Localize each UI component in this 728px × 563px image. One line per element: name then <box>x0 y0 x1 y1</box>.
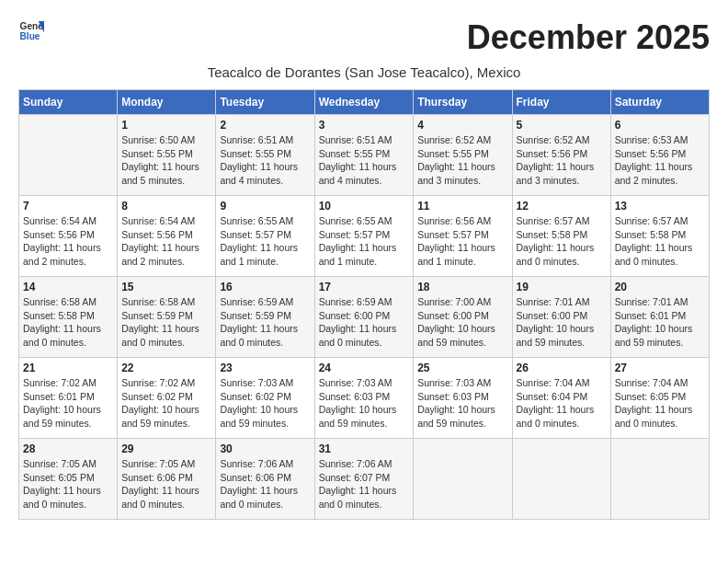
day-number: 7 <box>23 200 113 213</box>
calendar-cell: 14Sunrise: 6:58 AM Sunset: 5:58 PM Dayli… <box>19 277 118 358</box>
day-info: Sunrise: 6:58 AM Sunset: 5:58 PM Dayligh… <box>23 295 113 350</box>
day-info: Sunrise: 7:04 AM Sunset: 6:04 PM Dayligh… <box>517 376 607 431</box>
day-number: 10 <box>319 200 410 213</box>
day-info: Sunrise: 7:03 AM Sunset: 6:02 PM Dayligh… <box>220 376 310 431</box>
day-number: 28 <box>23 442 113 455</box>
day-number: 31 <box>319 442 410 455</box>
day-number: 16 <box>220 281 310 293</box>
calendar-cell: 16Sunrise: 6:59 AM Sunset: 5:59 PM Dayli… <box>216 277 314 358</box>
day-number: 1 <box>121 119 211 132</box>
day-number: 24 <box>319 362 410 374</box>
calendar-cell: 12Sunrise: 6:57 AM Sunset: 5:58 PM Dayli… <box>512 196 610 277</box>
day-info: Sunrise: 7:02 AM Sunset: 6:02 PM Dayligh… <box>121 376 211 431</box>
day-info: Sunrise: 6:51 AM Sunset: 5:55 PM Dayligh… <box>319 133 410 188</box>
calendar-cell: 31Sunrise: 7:06 AM Sunset: 6:07 PM Dayli… <box>314 439 414 520</box>
day-info: Sunrise: 7:01 AM Sunset: 6:01 PM Dayligh… <box>615 295 705 350</box>
calendar-cell: 19Sunrise: 7:01 AM Sunset: 6:00 PM Dayli… <box>512 277 610 358</box>
day-number: 5 <box>517 119 607 132</box>
day-info: Sunrise: 7:01 AM Sunset: 6:00 PM Dayligh… <box>517 295 607 350</box>
day-number: 23 <box>220 362 310 374</box>
day-info: Sunrise: 6:59 AM Sunset: 5:59 PM Dayligh… <box>220 295 310 350</box>
day-number: 12 <box>517 200 607 213</box>
day-info: Sunrise: 7:02 AM Sunset: 6:01 PM Dayligh… <box>23 376 113 431</box>
calendar-cell: 8Sunrise: 6:54 AM Sunset: 5:56 PM Daylig… <box>118 196 216 277</box>
calendar-week-row: 28Sunrise: 7:05 AM Sunset: 6:05 PM Dayli… <box>19 439 710 520</box>
calendar-cell: 20Sunrise: 7:01 AM Sunset: 6:01 PM Dayli… <box>610 277 709 358</box>
svg-text:Blue: Blue <box>20 31 40 41</box>
day-info: Sunrise: 6:54 AM Sunset: 5:56 PM Dayligh… <box>23 214 113 269</box>
calendar-cell <box>414 439 512 520</box>
day-number: 19 <box>517 281 607 293</box>
day-number: 11 <box>417 200 507 213</box>
day-number: 29 <box>121 442 211 455</box>
calendar-cell: 9Sunrise: 6:55 AM Sunset: 5:57 PM Daylig… <box>216 196 314 277</box>
calendar-cell: 21Sunrise: 7:02 AM Sunset: 6:01 PM Dayli… <box>19 358 118 439</box>
calendar-cell: 6Sunrise: 6:53 AM Sunset: 5:56 PM Daylig… <box>610 115 709 196</box>
day-number: 9 <box>220 200 310 213</box>
calendar-cell: 26Sunrise: 7:04 AM Sunset: 6:04 PM Dayli… <box>512 358 610 439</box>
day-number: 22 <box>121 362 211 374</box>
calendar-cell: 23Sunrise: 7:03 AM Sunset: 6:02 PM Dayli… <box>216 358 314 439</box>
day-info: Sunrise: 6:51 AM Sunset: 5:55 PM Dayligh… <box>220 133 310 188</box>
calendar-cell <box>512 439 610 520</box>
day-number: 30 <box>220 442 310 455</box>
day-info: Sunrise: 6:57 AM Sunset: 5:58 PM Dayligh… <box>517 214 607 269</box>
day-info: Sunrise: 6:56 AM Sunset: 5:57 PM Dayligh… <box>417 214 507 269</box>
calendar-cell: 15Sunrise: 6:58 AM Sunset: 5:59 PM Dayli… <box>118 277 216 358</box>
day-info: Sunrise: 7:00 AM Sunset: 6:00 PM Dayligh… <box>417 295 507 350</box>
day-info: Sunrise: 6:59 AM Sunset: 6:00 PM Dayligh… <box>319 295 410 350</box>
calendar-cell: 13Sunrise: 6:57 AM Sunset: 5:58 PM Dayli… <box>610 196 709 277</box>
calendar-cell: 30Sunrise: 7:06 AM Sunset: 6:06 PM Dayli… <box>216 439 314 520</box>
day-info: Sunrise: 6:57 AM Sunset: 5:58 PM Dayligh… <box>615 214 705 269</box>
day-info: Sunrise: 7:05 AM Sunset: 6:05 PM Dayligh… <box>23 457 113 511</box>
day-of-week-header: Thursday <box>414 90 512 115</box>
calendar-cell: 18Sunrise: 7:00 AM Sunset: 6:00 PM Dayli… <box>414 277 512 358</box>
day-number: 13 <box>615 200 705 213</box>
day-info: Sunrise: 7:03 AM Sunset: 6:03 PM Dayligh… <box>319 376 410 431</box>
calendar-cell <box>610 439 709 520</box>
calendar-cell: 24Sunrise: 7:03 AM Sunset: 6:03 PM Dayli… <box>314 358 414 439</box>
day-info: Sunrise: 7:03 AM Sunset: 6:03 PM Dayligh… <box>417 376 507 431</box>
calendar-cell: 17Sunrise: 6:59 AM Sunset: 6:00 PM Dayli… <box>314 277 414 358</box>
day-number: 18 <box>417 281 507 293</box>
day-of-week-header: Sunday <box>19 90 118 115</box>
day-info: Sunrise: 7:05 AM Sunset: 6:06 PM Dayligh… <box>121 457 211 511</box>
day-of-week-header: Friday <box>512 90 610 115</box>
day-number: 2 <box>220 119 310 132</box>
calendar-cell: 5Sunrise: 6:52 AM Sunset: 5:56 PM Daylig… <box>512 115 610 196</box>
day-number: 21 <box>23 362 113 374</box>
logo-icon: General Blue <box>18 18 44 44</box>
logo: General Blue <box>18 18 48 44</box>
calendar-subtitle: Teacalco de Dorantes (San Jose Teacalco)… <box>18 64 710 80</box>
calendar-cell: 28Sunrise: 7:05 AM Sunset: 6:05 PM Dayli… <box>19 439 118 520</box>
calendar-week-row: 7Sunrise: 6:54 AM Sunset: 5:56 PM Daylig… <box>19 196 710 277</box>
day-info: Sunrise: 7:06 AM Sunset: 6:06 PM Dayligh… <box>220 457 310 511</box>
day-info: Sunrise: 6:52 AM Sunset: 5:55 PM Dayligh… <box>417 133 507 188</box>
page-header: General Blue December 2025 <box>18 18 710 57</box>
calendar-week-row: 1Sunrise: 6:50 AM Sunset: 5:55 PM Daylig… <box>19 115 710 196</box>
day-number: 26 <box>517 362 607 374</box>
month-title: December 2025 <box>467 18 710 57</box>
calendar-cell: 10Sunrise: 6:55 AM Sunset: 5:57 PM Dayli… <box>314 196 414 277</box>
calendar-week-row: 21Sunrise: 7:02 AM Sunset: 6:01 PM Dayli… <box>19 358 710 439</box>
day-info: Sunrise: 7:04 AM Sunset: 6:05 PM Dayligh… <box>615 376 705 431</box>
day-info: Sunrise: 6:55 AM Sunset: 5:57 PM Dayligh… <box>319 214 410 269</box>
calendar-week-row: 14Sunrise: 6:58 AM Sunset: 5:58 PM Dayli… <box>19 277 710 358</box>
day-info: Sunrise: 7:06 AM Sunset: 6:07 PM Dayligh… <box>319 457 410 511</box>
day-info: Sunrise: 6:52 AM Sunset: 5:56 PM Dayligh… <box>517 133 607 188</box>
day-of-week-header: Tuesday <box>216 90 314 115</box>
calendar-cell: 25Sunrise: 7:03 AM Sunset: 6:03 PM Dayli… <box>414 358 512 439</box>
day-number: 15 <box>121 281 211 293</box>
calendar-cell: 4Sunrise: 6:52 AM Sunset: 5:55 PM Daylig… <box>414 115 512 196</box>
calendar-table: SundayMondayTuesdayWednesdayThursdayFrid… <box>18 89 710 520</box>
day-number: 4 <box>417 119 507 132</box>
calendar-cell <box>19 115 118 196</box>
day-info: Sunrise: 6:53 AM Sunset: 5:56 PM Dayligh… <box>615 133 705 188</box>
day-number: 8 <box>121 200 211 213</box>
calendar-cell: 2Sunrise: 6:51 AM Sunset: 5:55 PM Daylig… <box>216 115 314 196</box>
calendar-cell: 7Sunrise: 6:54 AM Sunset: 5:56 PM Daylig… <box>19 196 118 277</box>
calendar-cell: 29Sunrise: 7:05 AM Sunset: 6:06 PM Dayli… <box>118 439 216 520</box>
day-number: 6 <box>615 119 705 132</box>
day-number: 25 <box>417 362 507 374</box>
day-number: 27 <box>615 362 705 374</box>
